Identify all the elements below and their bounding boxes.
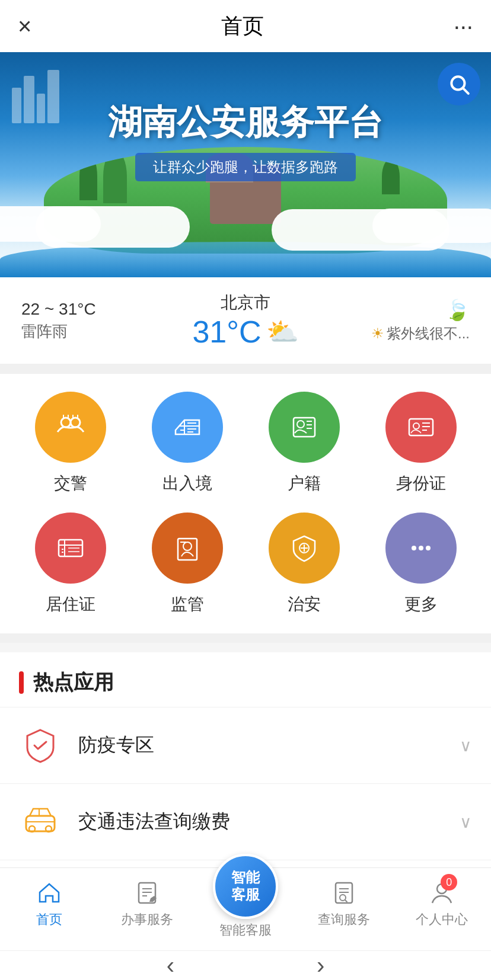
- svg-point-26: [183, 542, 192, 550]
- service-label-huji: 户籍: [288, 472, 321, 495]
- home-icon: [36, 876, 62, 908]
- svg-point-9: [297, 421, 304, 428]
- service-label-jianguan: 监管: [171, 593, 204, 616]
- weather-left: 22 ~ 31°C 雷阵雨: [21, 300, 161, 342]
- service-item-jianguan[interactable]: 监管: [134, 513, 241, 616]
- service-label-more: 更多: [404, 593, 438, 616]
- service-icon-churujing: [152, 392, 223, 463]
- hot-app-jiaotong[interactable]: 交通违法查询缴费 ∨: [0, 783, 491, 860]
- ai-center-label: 智能客服: [231, 869, 260, 904]
- jiaotong-icon: [21, 803, 59, 841]
- back-arrow[interactable]: ‹: [167, 952, 174, 979]
- svg-point-3: [71, 418, 80, 427]
- service-item-churujing[interactable]: 出入境: [134, 392, 241, 495]
- banner: 湖南公安服务平台 让群众少跑腿，让数据多跑路: [0, 52, 491, 277]
- nav-label-query: 查询服务: [318, 911, 370, 928]
- nav-item-query[interactable]: 查询服务: [295, 876, 393, 928]
- service-icon-zhian: [269, 513, 340, 584]
- nav-arrows: ‹ ›: [0, 950, 491, 980]
- service-label-jiaojing: 交警: [54, 472, 87, 495]
- service-icon-more: [385, 513, 457, 584]
- nav-item-profile[interactable]: 0 个人中心: [393, 876, 491, 928]
- service-label-juzhuzheng: 居住证: [46, 593, 95, 616]
- weather-center: 北京市 31°C ⛅: [161, 292, 330, 350]
- service-label-churujing: 出入境: [162, 472, 212, 495]
- service-label-zhian: 治安: [288, 593, 321, 616]
- svg-rect-34: [26, 816, 55, 831]
- forward-arrow[interactable]: ›: [317, 952, 324, 979]
- fangyi-icon: [21, 726, 59, 764]
- jiaotong-chevron-icon: ∨: [460, 812, 472, 832]
- service-grid: 交警 出入境: [0, 374, 491, 633]
- svg-line-54: [345, 900, 347, 902]
- weather-city: 北京市: [161, 292, 330, 314]
- profile-badge: 0: [441, 874, 457, 891]
- uv-label: 紫外线很不...: [387, 324, 470, 343]
- hot-app-fangyi[interactable]: 防疫专区 ∨: [0, 707, 491, 783]
- service-icon-juzhuzheng: [35, 513, 106, 584]
- svg-point-2: [61, 418, 71, 427]
- hot-apps-title: 热点应用: [33, 669, 114, 696]
- nav-label-ai: 智能客服: [219, 921, 272, 939]
- leaf-icon: 🍃: [330, 298, 470, 322]
- nav-label-profile: 个人中心: [416, 911, 468, 928]
- nav-label-service: 办事服务: [121, 911, 173, 928]
- search-icon: [448, 73, 470, 95]
- service-icon-huji: [269, 392, 340, 463]
- nav-item-service[interactable]: 办事服务: [98, 876, 197, 928]
- more-button[interactable]: ···: [454, 13, 473, 40]
- header: × 首页 ···: [0, 0, 491, 52]
- ai-circle: 智能客服: [213, 854, 278, 919]
- nav-item-home[interactable]: 首页: [0, 876, 98, 928]
- user-icon: 0: [429, 876, 455, 908]
- service-item-jiaojing[interactable]: 交警: [17, 392, 124, 495]
- jiaotong-icon-wrap: [19, 800, 62, 843]
- bottom-nav: 首页 办事服务 智能客服 智能客服: [0, 867, 491, 950]
- service-icon-shenfenzheng: [385, 392, 457, 463]
- divider-1: [0, 364, 491, 374]
- weather-section: 22 ~ 31°C 雷阵雨 北京市 31°C ⛅ 🍃 ☀ 紫外线很不...: [0, 277, 491, 364]
- hot-app-name-fangyi: 防疫专区: [78, 732, 460, 758]
- weather-main-temp: 31°C: [192, 314, 261, 350]
- service-item-shenfenzheng[interactable]: 身份证: [368, 392, 474, 495]
- hot-apps-header: 热点应用: [0, 652, 491, 707]
- service-icon-jiaojing: [35, 392, 106, 463]
- service-item-zhian[interactable]: 治安: [251, 513, 358, 616]
- service-item-huji[interactable]: 户籍: [251, 392, 358, 495]
- divider-2: [0, 633, 491, 643]
- sun-icon: ☀: [371, 325, 384, 342]
- fangyi-chevron-icon: ∨: [460, 736, 472, 755]
- page-title: 首页: [221, 12, 264, 41]
- svg-point-32: [419, 546, 423, 550]
- service-item-juzhuzheng[interactable]: 居住证: [17, 513, 124, 616]
- weather-temp-range: 22 ~ 31°C: [21, 300, 161, 319]
- close-button[interactable]: ×: [18, 13, 31, 40]
- search-doc-icon: [331, 876, 357, 908]
- service-icon-jianguan: [152, 513, 223, 584]
- weather-icon: ⛅: [266, 316, 299, 347]
- service-row-1: 交警 出入境: [12, 392, 479, 495]
- weather-description: 雷阵雨: [21, 321, 161, 342]
- svg-point-14: [413, 423, 419, 429]
- service-label-shenfenzheng: 身份证: [396, 472, 446, 495]
- fangyi-icon-wrap: [19, 724, 62, 767]
- weather-right: 🍃 ☀ 紫外线很不...: [330, 298, 470, 343]
- hot-app-name-jiaotong: 交通违法查询缴费: [78, 809, 460, 835]
- search-button[interactable]: [438, 63, 480, 105]
- svg-point-33: [426, 546, 431, 550]
- hot-apps-bar: [19, 671, 24, 694]
- nav-item-ai[interactable]: 智能客服 智能客服: [196, 854, 295, 939]
- banner-title: 湖南公安服务平台: [108, 100, 383, 146]
- service-row-2: 居住证 监管: [12, 513, 479, 616]
- nav-label-home: 首页: [36, 911, 62, 928]
- svg-rect-8: [294, 418, 315, 437]
- banner-subtitle: 让群众少跑腿，让数据多跑路: [135, 153, 356, 181]
- svg-line-1: [463, 88, 468, 94]
- svg-point-31: [412, 546, 416, 550]
- service-item-more[interactable]: 更多: [368, 513, 474, 616]
- edit-icon: [134, 876, 160, 908]
